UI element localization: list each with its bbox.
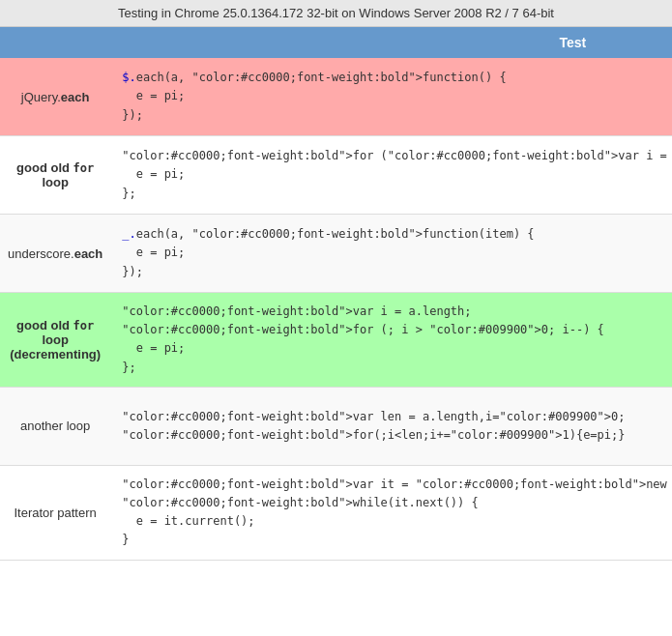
row-code-good-old-for-loop-dec: "color:#cc0000;font-weight:bold">var i =… [110, 293, 672, 388]
row-code-another-loop: "color:#cc0000;font-weight:bold">var len… [110, 387, 672, 465]
row-code-jquery-each: $.each(a, "color:#cc0000;font-weight:bol… [110, 58, 672, 136]
row-code-good-old-for-loop: "color:#cc0000;font-weight:bold">for ("c… [110, 136, 672, 215]
row-name-iterator-pattern: Iterator pattern [0, 465, 110, 560]
row-name-jquery-each: jQuery.each [0, 58, 110, 136]
test-column-header: Test [110, 27, 672, 58]
page-title: Testing in Chrome 25.0.1364.172 32-bit o… [0, 0, 672, 27]
row-name-good-old-for-loop: good old for loop [0, 136, 110, 215]
row-code-iterator-pattern: "color:#cc0000;font-weight:bold">var it … [110, 465, 672, 560]
benchmark-table: Test Ops/sec jQuery.each$.each(a, "color… [0, 27, 672, 561]
row-name-another-loop: another loop [0, 387, 110, 465]
row-name-underscore-each: underscore.each [0, 215, 110, 293]
row-code-underscore-each: _.each(a, "color:#cc0000;font-weight:bol… [110, 215, 672, 293]
name-column-header [0, 27, 110, 58]
row-name-good-old-for-loop-dec: good old for loop(decrementing) [0, 293, 110, 388]
